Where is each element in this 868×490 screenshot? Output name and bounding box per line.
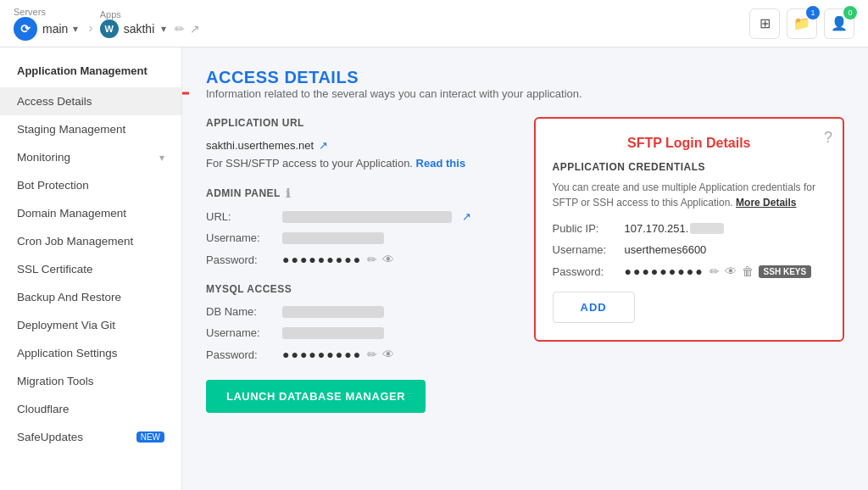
launch-database-manager-button[interactable]: LAUNCH DATABASE MANAGER <box>206 380 426 413</box>
files-button[interactable]: 📁 1 <box>787 8 817 39</box>
app-external-link-icon[interactable]: ↗ <box>190 22 200 36</box>
sidebar-label-cloudflare: Cloudflare <box>17 403 70 415</box>
mysql-password-edit-icon[interactable]: ✏ <box>367 348 377 361</box>
sidebar-item-deployment-via-git[interactable]: Deployment Via Git <box>0 311 181 339</box>
monitoring-chevron-icon: ▾ <box>159 152 164 164</box>
sidebar-label-access-details: Access Details <box>17 95 92 108</box>
sftp-password-show-icon[interactable]: 👁 <box>725 264 737 278</box>
main-content: ACCESS DETAILS Information related to th… <box>182 47 868 490</box>
sidebar-label-safeupdates: SafeUpdates <box>17 431 83 443</box>
app-credentials-desc: You can create and use multiple Applicat… <box>553 180 826 210</box>
right-column: SFTP Login Details APPLICATION CREDENTIA… <box>534 117 845 430</box>
server-dropdown-icon[interactable]: ▾ <box>73 23 78 35</box>
admin-password-label: Password: <box>206 253 282 266</box>
servers-section: Servers ⟳ main ▾ <box>14 7 78 41</box>
admin-password-dots: ●●●●●●●●● <box>282 253 362 266</box>
app-url-external-icon[interactable]: ↗ <box>319 139 328 152</box>
more-details-link[interactable]: More Details <box>736 197 796 209</box>
sidebar-label-monitoring: Monitoring <box>17 151 70 164</box>
help-icon[interactable]: ? <box>824 129 832 147</box>
admin-username-row: Username: <box>206 231 517 244</box>
users-button[interactable]: 👤 0 <box>824 8 854 39</box>
servers-label: Servers <box>14 7 78 17</box>
admin-password-show-icon[interactable]: 👁 <box>382 253 394 266</box>
sidebar: Application Management Access Details St… <box>0 47 182 490</box>
admin-url-external-icon[interactable]: ↗ <box>462 210 471 223</box>
server-selector[interactable]: ⟳ main ▾ <box>14 17 78 41</box>
public-ip-value: 107.170.251. <box>625 222 689 235</box>
admin-password-row: Password: ●●●●●●●●● ✏ 👁 <box>206 253 517 266</box>
mysql-username-blurred <box>282 327 384 339</box>
sidebar-label-staging-management: Staging Management <box>17 123 125 136</box>
app-name: sakthi <box>124 22 155 36</box>
sidebar-item-staging-management[interactable]: Staging Management <box>0 115 181 143</box>
ssh-sftp-text: For SSH/SFTP access to your Application. <box>206 157 413 170</box>
application-url-section: APPLICATION URL sakthi.userthemes.net ↗ … <box>206 117 517 170</box>
page-description: Information related to the several ways … <box>206 87 844 100</box>
app-url-section-title: APPLICATION URL <box>206 117 517 129</box>
mysql-username-row: Username: <box>206 326 517 339</box>
grid-view-button[interactable]: ⊞ <box>749 8 780 39</box>
admin-url-label: URL: <box>206 210 282 223</box>
admin-panel-info-icon[interactable]: ℹ <box>286 187 291 200</box>
server-name: main <box>42 22 68 36</box>
admin-username-label: Username: <box>206 231 282 244</box>
mysql-username-label: Username: <box>206 326 282 339</box>
sidebar-item-migration-tools[interactable]: Migration Tools <box>0 367 181 395</box>
public-ip-row: Public IP: 107.170.251. <box>553 222 826 235</box>
ssh-keys-button[interactable]: SSH KEYS <box>759 265 812 278</box>
ssh-sftp-text-row: For SSH/SFTP access to your Application.… <box>206 157 517 170</box>
app-credentials-header: APPLICATION CREDENTIALS <box>553 161 826 173</box>
sidebar-item-monitoring[interactable]: Monitoring ▾ <box>0 143 181 171</box>
sidebar-item-safeupdates[interactable]: SafeUpdates NEW <box>0 423 181 451</box>
mysql-section-title: MYSQL ACCESS <box>206 283 517 295</box>
read-this-link[interactable]: Read this <box>416 157 466 170</box>
sftp-password-dots: ●●●●●●●●● <box>625 264 704 278</box>
sidebar-label-domain-management: Domain Management <box>17 207 126 220</box>
admin-url-blurred <box>282 211 452 223</box>
app-url-value: sakthi.userthemes.net <box>206 139 314 152</box>
sidebar-label-backup-and-restore: Backup And Restore <box>17 291 121 303</box>
sftp-password-delete-icon[interactable]: 🗑 <box>742 264 754 278</box>
admin-panel-section: ADMIN PANEL ℹ URL: ↗ Username: <box>206 187 517 266</box>
sidebar-item-ssl-certificate[interactable]: SSL Certificate <box>0 255 181 283</box>
sftp-password-edit-icon[interactable]: ✏ <box>709 264 720 278</box>
add-credentials-button[interactable]: ADD <box>553 292 635 323</box>
public-ip-blurred-suffix <box>690 223 724 234</box>
nav-separator: › <box>88 20 92 36</box>
admin-password-edit-icon[interactable]: ✏ <box>367 253 377 266</box>
sidebar-item-bot-protection[interactable]: Bot Protection <box>0 171 181 199</box>
sftp-password-row: Password: ●●●●●●●●● ✏ 👁 🗑 SSH KEYS <box>553 264 826 278</box>
sidebar-item-access-details[interactable]: Access Details <box>0 87 181 115</box>
main-layout: Application Management Access Details St… <box>0 47 868 490</box>
server-logo: ⟳ <box>14 17 37 41</box>
page-header: ACCESS DETAILS Information related to th… <box>206 68 844 100</box>
app-dropdown-icon[interactable]: ▾ <box>161 23 166 35</box>
admin-panel-title-row: ADMIN PANEL ℹ <box>206 187 517 200</box>
mysql-password-label: Password: <box>206 348 282 361</box>
sidebar-title: Application Management <box>0 64 181 87</box>
admin-url-value-row: ↗ <box>282 210 471 223</box>
app-edit-icon[interactable]: ✏ <box>175 22 185 36</box>
sidebar-label-migration-tools: Migration Tools <box>17 375 94 387</box>
app-selector[interactable]: W sakthi ▾ ✏ ↗ <box>100 19 201 38</box>
sftp-login-details-title: SFTP Login Details <box>553 136 826 151</box>
safeupdates-new-badge: NEW <box>136 432 164 443</box>
app-url-row: sakthi.userthemes.net ↗ <box>206 139 517 152</box>
mysql-password-show-icon[interactable]: 👁 <box>382 348 394 361</box>
sidebar-label-deployment-via-git: Deployment Via Git <box>17 319 115 331</box>
sidebar-label-ssl-certificate: SSL Certificate <box>17 263 93 276</box>
sidebar-label-cron-job-management: Cron Job Management <box>17 235 133 248</box>
sidebar-item-domain-management[interactable]: Domain Management <box>0 199 181 227</box>
sidebar-item-backup-and-restore[interactable]: Backup And Restore <box>0 283 181 311</box>
sftp-username-label: Username: <box>553 243 625 256</box>
page-title: ACCESS DETAILS <box>206 68 844 87</box>
sidebar-item-cron-job-management[interactable]: Cron Job Management <box>0 227 181 255</box>
sidebar-item-application-settings[interactable]: Application Settings <box>0 339 181 367</box>
public-ip-label: Public IP: <box>553 222 625 235</box>
sftp-username-value: userthemes6600 <box>625 243 707 256</box>
grid-icon: ⊞ <box>760 15 771 31</box>
users-badge: 0 <box>843 6 857 19</box>
wordpress-icon: W <box>100 19 119 38</box>
sidebar-item-cloudflare[interactable]: Cloudflare <box>0 395 181 423</box>
